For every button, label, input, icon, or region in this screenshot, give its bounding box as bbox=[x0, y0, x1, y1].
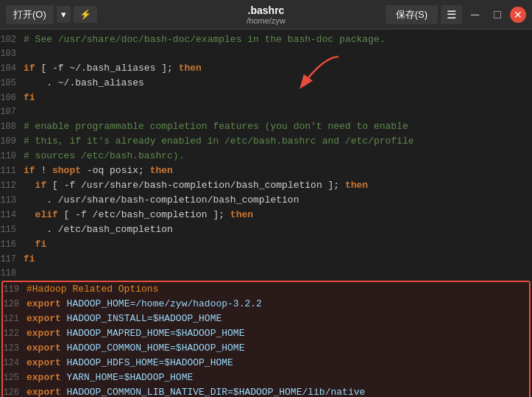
line-number: 114 bbox=[0, 208, 24, 222]
file-title: .bashrc bbox=[247, 4, 285, 16]
table-row: 122export HADOOP_MAPRED_HOME=$HADOOP_HOM… bbox=[3, 326, 529, 341]
line-number: 118 bbox=[0, 267, 24, 281]
open-dropdown-arrow[interactable]: ▾ bbox=[57, 6, 71, 23]
line-content: # enable programmable completion feature… bbox=[24, 119, 532, 133]
line-number: 107 bbox=[0, 105, 24, 119]
table-row: 115 . /etc/bash_completion bbox=[0, 222, 532, 237]
table-row: 116 fi bbox=[0, 237, 532, 252]
table-row: 112 if [ -f /usr/share/bash-completion/b… bbox=[0, 178, 532, 193]
line-number: 102 bbox=[0, 33, 24, 47]
table-row: 104if [ -f ~/.bash_aliases ]; then bbox=[0, 61, 532, 76]
table-row: 118 bbox=[0, 267, 532, 281]
maximize-button[interactable]: □ bbox=[488, 5, 507, 24]
editor: 102# See /usr/share/doc/bash-doc/example… bbox=[0, 29, 532, 397]
table-row: 117fi bbox=[0, 252, 532, 267]
line-content: if [ -f /usr/share/bash-completion/bash_… bbox=[24, 178, 532, 192]
line-number: 120 bbox=[3, 298, 26, 312]
line-number: 124 bbox=[3, 356, 26, 370]
file-path: /home/zyw bbox=[247, 16, 285, 25]
table-row: 113 . /usr/share/bash-completion/bash_co… bbox=[0, 193, 532, 208]
line-content: #Hadoop Related Options bbox=[26, 282, 529, 296]
line-content: . /usr/share/bash-completion/bash_comple… bbox=[24, 193, 532, 207]
table-row: 119#Hadoop Related Options bbox=[3, 282, 529, 297]
line-number: 126 bbox=[3, 386, 26, 397]
table-row: 120export HADOOP_HOME=/home/zyw/hadoop-3… bbox=[3, 297, 529, 312]
line-content: export HADOOP_MAPRED_HOME=$HADOOP_HOME bbox=[26, 326, 529, 340]
line-number: 106 bbox=[0, 91, 24, 105]
line-number: 105 bbox=[0, 77, 24, 91]
table-row: 124export HADOOP_HDFS_HOME=$HADOOP_HOME bbox=[3, 356, 529, 370]
line-content: export HADOOP_COMMON_LIB_NATIVE_DIR=$HAD… bbox=[26, 385, 529, 397]
table-row: 109# this, if it's already enabled in /e… bbox=[0, 134, 532, 149]
line-content: if [ -f ~/.bash_aliases ]; then bbox=[24, 61, 532, 75]
table-row: 105 . ~/.bash_aliases bbox=[0, 76, 532, 91]
line-content: export HADOOP_HDFS_HOME=$HADOOP_HOME bbox=[26, 356, 529, 370]
line-content: # sources /etc/bash.bashrc). bbox=[24, 149, 532, 163]
line-content: # See /usr/share/doc/bash-doc/examples i… bbox=[24, 32, 532, 46]
line-content: elif [ -f /etc/bash_completion ]; then bbox=[24, 208, 532, 222]
table-row: 126export HADOOP_COMMON_LIB_NATIVE_DIR=$… bbox=[3, 385, 529, 397]
table-row: 103 bbox=[0, 47, 532, 61]
titlebar-center: .bashrc /home/zyw bbox=[247, 4, 285, 25]
line-content: fi bbox=[24, 252, 532, 266]
line-number: 123 bbox=[3, 342, 26, 356]
line-number: 110 bbox=[0, 150, 24, 164]
line-number: 121 bbox=[3, 312, 26, 326]
table-row: 121export HADOOP_INSTALL=$HADOOP_HOME bbox=[3, 312, 529, 326]
line-content: export HADOOP_COMMON_HOME=$HADOOP_HOME bbox=[26, 341, 529, 355]
line-number: 111 bbox=[0, 164, 24, 178]
line-content: . /etc/bash_completion bbox=[24, 222, 532, 236]
line-number: 108 bbox=[0, 120, 24, 134]
minimize-button[interactable]: ─ bbox=[465, 5, 485, 24]
line-number: 122 bbox=[3, 327, 26, 341]
line-number: 109 bbox=[0, 135, 24, 149]
menu-button[interactable]: ☰ bbox=[441, 5, 462, 24]
table-row: 123export HADOOP_COMMON_HOME=$HADOOP_HOM… bbox=[3, 341, 529, 356]
code-area: 102# See /usr/share/doc/bash-doc/example… bbox=[0, 29, 532, 397]
flash-icon-button[interactable]: ⚡ bbox=[74, 6, 97, 23]
line-content: fi bbox=[24, 91, 532, 105]
line-number: 116 bbox=[0, 238, 24, 252]
table-row: 108# enable programmable completion feat… bbox=[0, 119, 532, 134]
line-number: 117 bbox=[0, 253, 24, 267]
line-number: 115 bbox=[0, 223, 24, 237]
close-button[interactable]: ✕ bbox=[510, 7, 526, 23]
line-number: 113 bbox=[0, 194, 24, 208]
table-row: 107 bbox=[0, 105, 532, 119]
line-content: export HADOOP_HOME=/home/zyw/hadoop-3.2.… bbox=[26, 297, 529, 311]
titlebar-right: 保存(S) ☰ ─ □ ✕ bbox=[386, 5, 526, 24]
line-number: 104 bbox=[0, 62, 24, 76]
line-content: export YARN_HOME=$HADOOP_HOME bbox=[26, 370, 529, 384]
table-row: 106fi bbox=[0, 91, 532, 105]
line-number: 103 bbox=[0, 47, 24, 61]
line-content: # this, if it's already enabled in /etc/… bbox=[24, 134, 532, 148]
titlebar: 打开(O) ▾ ⚡ .bashrc /home/zyw 保存(S) ☰ ─ □ … bbox=[0, 0, 532, 29]
line-content: . ~/.bash_aliases bbox=[24, 76, 532, 90]
save-button[interactable]: 保存(S) bbox=[386, 5, 438, 24]
table-row: 110# sources /etc/bash.bashrc). bbox=[0, 149, 532, 164]
table-row: 111if ! shopt -oq posix; then bbox=[0, 164, 532, 178]
line-number: 119 bbox=[3, 283, 26, 297]
line-content: fi bbox=[24, 237, 532, 251]
table-row: 102# See /usr/share/doc/bash-doc/example… bbox=[0, 32, 532, 47]
open-button[interactable]: 打开(O) bbox=[6, 5, 54, 24]
table-row: 114 elif [ -f /etc/bash_completion ]; th… bbox=[0, 208, 532, 222]
line-content: export HADOOP_INSTALL=$HADOOP_HOME bbox=[26, 312, 529, 326]
line-number: 125 bbox=[3, 371, 26, 385]
line-content: if ! shopt -oq posix; then bbox=[24, 164, 532, 178]
table-row: 125export YARN_HOME=$HADOOP_HOME bbox=[3, 370, 529, 385]
titlebar-left: 打开(O) ▾ ⚡ bbox=[6, 5, 97, 24]
line-number: 112 bbox=[0, 179, 24, 193]
